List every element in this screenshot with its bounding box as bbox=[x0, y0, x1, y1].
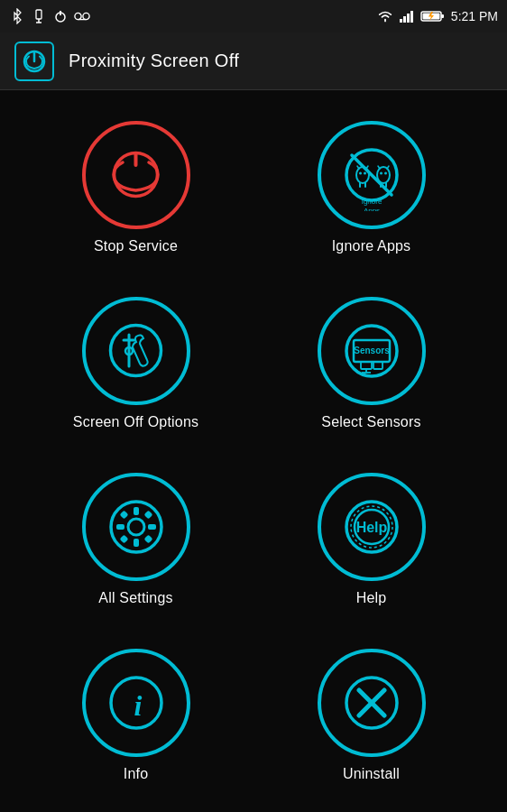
svg-text:Sensors: Sensors bbox=[354, 346, 390, 355]
stop-service-button[interactable]: Stop Service bbox=[18, 99, 254, 275]
info-icon-circle: i bbox=[82, 649, 190, 757]
ignore-apps-icon-circle: Ignore Apps bbox=[318, 121, 426, 229]
status-bar-right: 5:21 PM bbox=[377, 8, 498, 24]
usb-icon bbox=[31, 8, 47, 24]
uninstall-label: Uninstall bbox=[343, 766, 400, 782]
help-icon-circle: Help bbox=[318, 473, 426, 581]
select-sensors-label: Select Sensors bbox=[321, 414, 420, 430]
svg-rect-56 bbox=[143, 510, 152, 519]
uninstall-icon bbox=[336, 667, 408, 739]
svg-point-37 bbox=[111, 326, 161, 376]
help-icon: Help bbox=[336, 491, 408, 563]
svg-text:Apps: Apps bbox=[363, 207, 379, 211]
bluetooth-icon bbox=[9, 8, 25, 24]
svg-rect-51 bbox=[134, 539, 139, 547]
app-title: Proximity Screen Off bbox=[69, 51, 239, 71]
help-button[interactable]: Help Help bbox=[254, 451, 489, 627]
stop-service-icon-circle bbox=[82, 121, 190, 229]
ignore-apps-icon: Ignore Apps bbox=[336, 139, 408, 211]
power-status-icon bbox=[52, 8, 69, 24]
svg-text:Help: Help bbox=[355, 520, 387, 535]
status-bar: 5:21 PM bbox=[0, 0, 507, 32]
info-label: Info bbox=[124, 766, 149, 782]
svg-rect-0 bbox=[36, 10, 41, 19]
svg-line-25 bbox=[366, 166, 368, 169]
svg-line-31 bbox=[378, 166, 380, 169]
svg-rect-57 bbox=[119, 534, 128, 543]
svg-point-30 bbox=[384, 171, 387, 174]
svg-text:i: i bbox=[134, 689, 142, 722]
svg-point-23 bbox=[364, 171, 366, 174]
gear-icon bbox=[100, 491, 172, 563]
svg-point-21 bbox=[356, 167, 369, 183]
screen-off-options-button[interactable]: Screen Off Options bbox=[18, 275, 254, 451]
svg-rect-54 bbox=[119, 510, 128, 519]
uninstall-button[interactable]: Uninstall bbox=[254, 627, 489, 803]
svg-rect-11 bbox=[410, 11, 413, 23]
uninstall-icon-circle bbox=[318, 649, 426, 757]
signal-icon bbox=[399, 8, 415, 24]
voicemail-icon bbox=[74, 8, 90, 24]
screen-off-options-icon bbox=[102, 317, 170, 384]
app-power-icon bbox=[22, 49, 47, 74]
svg-point-49 bbox=[128, 519, 144, 535]
select-sensors-icon: Sensors bbox=[336, 315, 408, 387]
main-grid: Stop Service bbox=[0, 90, 507, 812]
app-icon-box bbox=[14, 42, 54, 81]
time-display: 5:21 PM bbox=[451, 9, 498, 23]
wifi-icon bbox=[377, 8, 393, 24]
svg-rect-55 bbox=[143, 534, 152, 543]
stop-service-label: Stop Service bbox=[94, 238, 178, 254]
svg-point-6 bbox=[83, 13, 89, 19]
svg-line-20 bbox=[352, 155, 392, 195]
svg-line-24 bbox=[357, 166, 359, 169]
svg-point-29 bbox=[380, 171, 383, 174]
ignore-apps-button[interactable]: Ignore Apps Ignore Apps bbox=[254, 99, 489, 275]
screen-off-options-label: Screen Off Options bbox=[73, 414, 198, 430]
battery-icon bbox=[420, 8, 446, 24]
status-bar-left bbox=[9, 8, 90, 24]
svg-rect-10 bbox=[407, 14, 410, 23]
title-bar: Proximity Screen Off bbox=[0, 32, 507, 90]
info-button[interactable]: i Info bbox=[18, 627, 254, 803]
help-label: Help bbox=[356, 590, 387, 606]
all-settings-label: All Settings bbox=[98, 590, 172, 606]
ignore-apps-label: Ignore Apps bbox=[332, 238, 411, 254]
svg-line-32 bbox=[387, 166, 389, 169]
svg-rect-53 bbox=[148, 524, 156, 530]
select-sensors-button[interactable]: Sensors Select Sensors bbox=[254, 275, 489, 451]
svg-point-28 bbox=[377, 167, 390, 183]
svg-point-22 bbox=[359, 171, 362, 174]
svg-rect-50 bbox=[134, 507, 139, 515]
all-settings-button[interactable]: All Settings bbox=[18, 451, 254, 627]
svg-rect-13 bbox=[441, 14, 444, 18]
select-sensors-icon-circle: Sensors bbox=[318, 297, 426, 405]
svg-text:Ignore: Ignore bbox=[361, 198, 382, 206]
screen-off-options-icon-circle bbox=[82, 297, 190, 405]
svg-rect-8 bbox=[400, 19, 402, 23]
stop-service-icon bbox=[106, 145, 165, 204]
info-icon: i bbox=[100, 667, 172, 739]
svg-rect-52 bbox=[116, 524, 124, 530]
all-settings-icon-circle bbox=[82, 473, 190, 581]
svg-rect-9 bbox=[403, 16, 406, 23]
svg-point-5 bbox=[75, 13, 81, 19]
